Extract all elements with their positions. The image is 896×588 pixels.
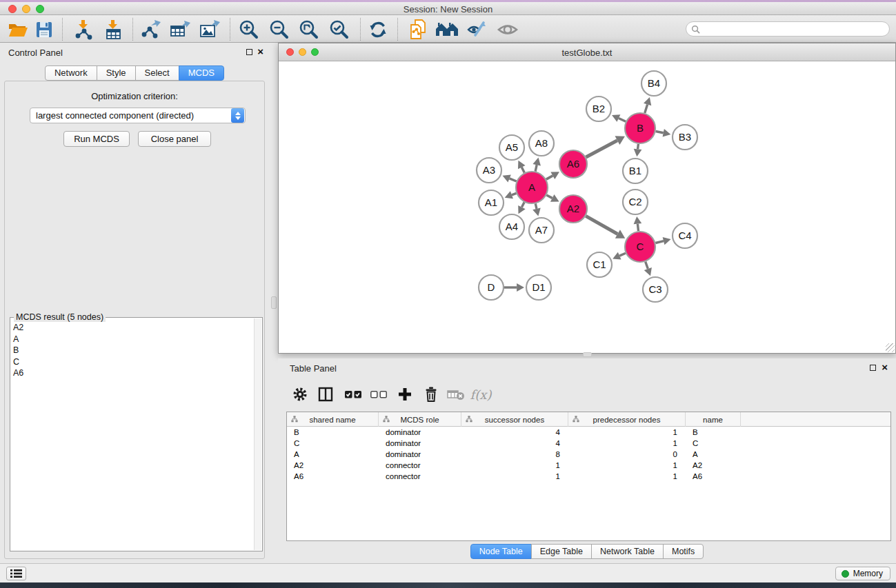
titlebar[interactable]: Session: New Session xyxy=(0,2,896,15)
arrowhead-icon xyxy=(663,237,671,245)
edge-A-A8[interactable] xyxy=(535,165,537,171)
tab-network-table[interactable]: Network Table xyxy=(591,544,664,559)
float-table-panel-icon[interactable] xyxy=(870,365,876,371)
network-window-titlebar[interactable]: testGlobe.txt xyxy=(279,43,895,61)
result-scrollbar[interactable] xyxy=(254,318,261,550)
duplicate-network-icon[interactable] xyxy=(406,19,430,41)
result-item[interactable]: A xyxy=(13,334,253,345)
node-label-A7: A7 xyxy=(535,224,548,236)
search-field[interactable] xyxy=(686,21,890,37)
edge-A-A6[interactable] xyxy=(546,176,552,179)
zoom-fit-icon[interactable] xyxy=(297,19,321,41)
network-graph[interactable]: B4B2BB3A5A8A6A3B1AA1C2A2A4A7C4CC1C3DD1 xyxy=(279,61,895,354)
column-header-shared-name[interactable]: shared name xyxy=(287,412,379,427)
control-panel-header: Control Panel × xyxy=(0,43,269,61)
toolbar-separator xyxy=(397,18,398,41)
node-label-A4: A4 xyxy=(506,221,518,232)
show-all-panels-icon[interactable] xyxy=(435,19,459,41)
edge-A-A3[interactable] xyxy=(510,179,517,181)
result-item[interactable]: A6 xyxy=(13,367,253,379)
edge-C-C2[interactable] xyxy=(637,224,638,231)
table-row[interactable]: A6connector11A6 xyxy=(287,471,890,482)
edge-B-B3[interactable] xyxy=(656,132,664,133)
memory-button[interactable]: Memory xyxy=(835,567,890,580)
edge-C-C1[interactable] xyxy=(619,253,626,256)
cell-shared-name: A6 xyxy=(287,471,379,482)
tab-node-table[interactable]: Node Table xyxy=(470,544,532,559)
vertical-splitter-grip[interactable] xyxy=(271,296,277,309)
tab-mcds[interactable]: MCDS xyxy=(179,65,224,81)
network-canvas[interactable]: B4B2BB3A5A8A6A3B1AA1C2A2A4A7C4CC1C3DD1 xyxy=(279,61,895,353)
split-view-columns-icon[interactable] xyxy=(315,383,337,405)
cell-name: A2 xyxy=(686,460,741,471)
column-header-name[interactable]: name xyxy=(686,412,741,427)
zoom-selected-icon[interactable] xyxy=(327,19,352,41)
node-label-B3: B3 xyxy=(679,131,691,143)
tab-edge-table[interactable]: Edge Table xyxy=(531,544,592,559)
edge-A-A4[interactable] xyxy=(521,202,524,207)
hierarchy-icon xyxy=(291,416,298,423)
close-table-panel-icon[interactable]: × xyxy=(882,361,888,374)
edge-A2-C[interactable] xyxy=(586,216,617,234)
delete-column-trash-icon[interactable] xyxy=(420,383,442,405)
fx-label: f(x) xyxy=(470,387,492,402)
open-session-icon[interactable] xyxy=(6,19,30,41)
close-panel-button[interactable]: Close panel xyxy=(138,131,211,147)
apply-layout-icon[interactable] xyxy=(366,19,390,41)
zoom-out-icon[interactable] xyxy=(267,19,292,41)
delete-table-icon[interactable] xyxy=(445,383,467,405)
zoom-in-icon[interactable] xyxy=(237,19,261,41)
tab-select[interactable]: Select xyxy=(135,65,179,81)
run-mcds-button[interactable]: Run MCDS xyxy=(63,131,130,147)
import-network-icon[interactable] xyxy=(71,19,96,41)
edge-A-A2[interactable] xyxy=(546,195,552,198)
export-image-icon[interactable] xyxy=(197,19,222,41)
edge-B-B1[interactable] xyxy=(638,144,639,149)
tab-motifs[interactable]: Motifs xyxy=(663,544,704,559)
hide-panels-eye-slash-icon[interactable] xyxy=(464,19,489,41)
edge-B-B4[interactable] xyxy=(645,104,648,113)
search-input[interactable] xyxy=(703,24,889,34)
toggle-view-eye-icon[interactable] xyxy=(495,19,520,41)
column-header-successor-nodes[interactable]: successor nodes xyxy=(461,412,568,427)
export-table-icon[interactable] xyxy=(168,19,192,41)
edge-C-C4[interactable] xyxy=(655,241,664,243)
edge-A-A5[interactable] xyxy=(521,168,524,173)
table-toolbar: f(x) xyxy=(278,379,896,409)
float-panel-icon[interactable] xyxy=(246,49,252,55)
table-row[interactable]: Bdominator41B xyxy=(287,427,890,438)
cell-successor-nodes: 1 xyxy=(461,460,568,471)
deselect-all-checkboxes-icon[interactable] xyxy=(368,383,390,405)
table-settings-gear-icon[interactable] xyxy=(289,383,311,405)
table-row[interactable]: Adominator80A xyxy=(287,449,890,460)
horizontal-splitter-grip[interactable] xyxy=(583,352,592,357)
task-history-button[interactable] xyxy=(6,567,26,580)
edge-A-A1[interactable] xyxy=(512,193,517,194)
import-table-icon[interactable] xyxy=(101,19,126,41)
result-item[interactable]: B xyxy=(13,345,253,356)
result-item[interactable]: C xyxy=(13,356,253,368)
table-row[interactable]: Cdominator41C xyxy=(287,438,890,449)
column-header-predecessor-nodes[interactable]: predecessor nodes xyxy=(568,412,686,427)
criterion-dropdown[interactable]: largest connected component (directed) xyxy=(30,108,246,123)
edge-C-C3[interactable] xyxy=(646,262,648,269)
memory-label: Memory xyxy=(853,569,883,578)
edge-A6-B[interactable] xyxy=(586,141,617,157)
result-item[interactable]: A2 xyxy=(13,322,253,334)
resize-grip-icon[interactable] xyxy=(886,343,895,352)
status-bar: Memory xyxy=(0,563,896,582)
export-network-icon[interactable] xyxy=(139,19,163,41)
tab-network[interactable]: Network xyxy=(45,65,97,81)
close-panel-icon[interactable]: × xyxy=(257,45,263,58)
table-row[interactable]: A2connector11A2 xyxy=(287,460,890,471)
select-all-checkboxes-icon[interactable] xyxy=(342,383,364,405)
mcds-result-list[interactable]: A2ABCA6 xyxy=(13,322,253,549)
add-column-plus-icon[interactable] xyxy=(394,383,416,405)
edge-A-A7[interactable] xyxy=(535,203,537,208)
column-header-MCDS-role[interactable]: MCDS role xyxy=(379,412,461,427)
edge-B-B2[interactable] xyxy=(619,118,626,121)
tab-style[interactable]: Style xyxy=(97,65,136,81)
node-table[interactable]: shared name MCDS role successor nodes pr… xyxy=(286,412,891,541)
control-panel-tabs: NetworkStyleSelectMCDS xyxy=(45,65,224,81)
save-session-icon[interactable] xyxy=(32,19,57,41)
